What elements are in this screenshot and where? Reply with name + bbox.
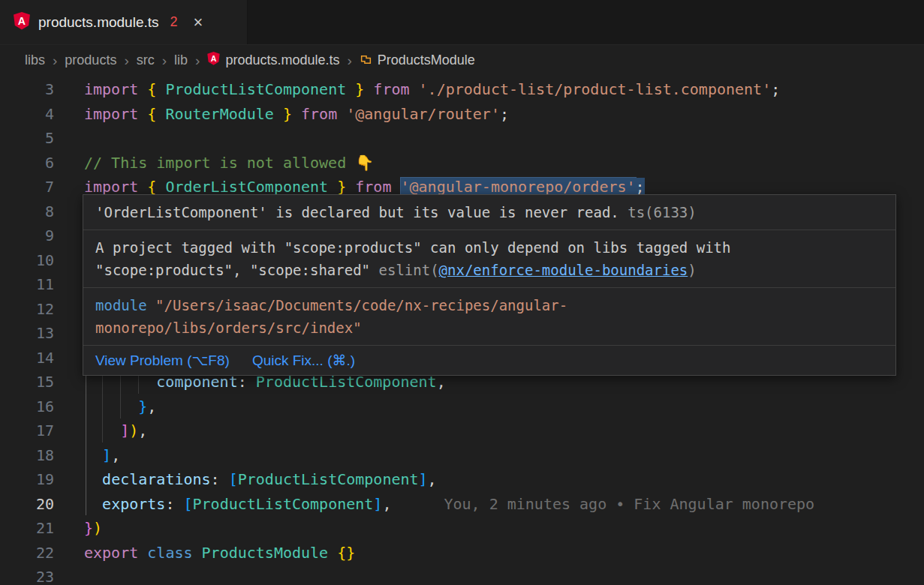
code-line[interactable]: 22export class ProductsModule {} bbox=[0, 541, 924, 566]
breadcrumb: libs › products › src › lib › A products… bbox=[0, 45, 924, 76]
module-path-line2: monorepo/libs/orders/src/index" bbox=[95, 316, 883, 339]
line-number[interactable]: 6 bbox=[0, 151, 54, 176]
breadcrumb-item-symbol[interactable]: ProductsModule bbox=[360, 52, 475, 69]
breadcrumb-item-lib[interactable]: lib bbox=[174, 52, 188, 68]
breadcrumb-item-products[interactable]: products bbox=[65, 52, 116, 68]
line-number[interactable]: 17 bbox=[0, 418, 54, 443]
code-line-content bbox=[54, 248, 84, 273]
indent-guide bbox=[138, 374, 139, 394]
eslint-source-open: eslint( bbox=[379, 262, 439, 278]
svg-text:A: A bbox=[18, 14, 26, 26]
breadcrumb-separator: › bbox=[53, 52, 57, 69]
hover-actions: View Problem (⌥F8) Quick Fix... (⌘.) bbox=[83, 346, 895, 375]
eslint-message-line2: "scope:products", "scope:shared" eslint(… bbox=[95, 259, 883, 281]
git-blame-annotation: You, 2 minutes ago • Fix Angular monorep… bbox=[444, 495, 814, 513]
code-line-content bbox=[54, 346, 84, 370]
code-line[interactable]: 17 ]), bbox=[0, 418, 924, 443]
code-line-content bbox=[54, 297, 84, 322]
breadcrumb-file-label: products.module.ts bbox=[225, 52, 339, 68]
module-info: module "/Users/isaac/Documents/code/nx-r… bbox=[83, 288, 895, 346]
svg-text:A: A bbox=[211, 54, 217, 63]
code-line-content bbox=[54, 565, 84, 585]
line-number[interactable]: 18 bbox=[0, 443, 54, 468]
eslint-rule-link[interactable]: @nx/enforce-module-boundaries bbox=[439, 262, 688, 278]
line-number[interactable]: 10 bbox=[0, 248, 54, 273]
line-number[interactable]: 23 bbox=[0, 565, 54, 585]
code-line[interactable]: 21}) bbox=[0, 516, 924, 541]
code-line[interactable]: 16 }, bbox=[0, 394, 924, 419]
indent-guide bbox=[120, 374, 121, 418]
code-line[interactable]: 23 bbox=[0, 565, 924, 585]
code-editor[interactable]: 3import { ProductListComponent } from '.… bbox=[0, 76, 924, 585]
line-number[interactable]: 19 bbox=[0, 467, 54, 492]
eslint-message-line1: A project tagged with "scope:products" c… bbox=[95, 236, 883, 259]
line-number[interactable]: 16 bbox=[0, 394, 54, 419]
line-number[interactable]: 11 bbox=[0, 272, 54, 297]
code-line[interactable]: 20 exports: [ProductListComponent],You, … bbox=[0, 492, 924, 517]
tab-products-module[interactable]: A products.module.ts 2 × bbox=[0, 0, 248, 44]
line-number[interactable]: 9 bbox=[0, 224, 54, 248]
line-number[interactable]: 5 bbox=[0, 126, 54, 151]
code-line-content: declarations: [ProductListComponent], bbox=[54, 467, 437, 492]
code-line[interactable]: 6// This import is not allowed 👇 bbox=[0, 151, 924, 176]
code-line[interactable]: 19 declarations: [ProductListComponent], bbox=[0, 467, 924, 492]
code-line[interactable]: 5 bbox=[0, 126, 924, 151]
line-number[interactable]: 8 bbox=[0, 200, 54, 224]
breadcrumb-symbol-label: ProductsModule bbox=[378, 52, 475, 68]
code-line-content: exports: [ProductListComponent],You, 2 m… bbox=[54, 492, 814, 517]
code-line[interactable]: 4import { RouterModule } from '@angular/… bbox=[0, 102, 924, 127]
code-line-content: import { ProductListComponent } from './… bbox=[54, 77, 780, 102]
code-line-content: ], bbox=[54, 443, 120, 468]
error-squiggle: import { OrderListComponent } from '@ang… bbox=[84, 178, 645, 196]
code-line[interactable]: 3import { ProductListComponent } from '.… bbox=[0, 77, 924, 102]
tab-bar: A products.module.ts 2 × bbox=[0, 0, 924, 45]
tab-bar-empty-space bbox=[248, 0, 924, 44]
breadcrumb-item-file[interactable]: A products.module.ts bbox=[207, 52, 339, 69]
code-line-content: export class ProductsModule {} bbox=[54, 541, 355, 566]
code-line-content bbox=[54, 272, 84, 297]
line-number[interactable]: 12 bbox=[0, 297, 54, 322]
line-number[interactable]: 4 bbox=[0, 102, 54, 127]
code-line[interactable]: 18 ], bbox=[0, 443, 924, 468]
code-line-content bbox=[54, 200, 84, 224]
eslint-source-close: ) bbox=[688, 262, 696, 278]
module-keyword: module bbox=[95, 297, 147, 314]
line-number[interactable]: 21 bbox=[0, 516, 54, 541]
module-path-line1: module "/Users/isaac/Documents/code/nx-r… bbox=[95, 294, 883, 316]
tab-error-badge: 2 bbox=[170, 14, 178, 30]
code-line-content bbox=[54, 224, 84, 248]
code-line-content: }, bbox=[54, 394, 156, 419]
breadcrumb-item-src[interactable]: src bbox=[137, 52, 155, 68]
code-line-content: ]), bbox=[54, 418, 147, 443]
line-number[interactable]: 14 bbox=[0, 346, 54, 370]
hover-popup: 'OrderListComponent' is declared but its… bbox=[83, 194, 896, 376]
line-number[interactable]: 15 bbox=[0, 370, 54, 394]
line-number[interactable]: 22 bbox=[0, 541, 54, 566]
vscode-window: A products.module.ts 2 × libs › products… bbox=[0, 0, 924, 585]
line-number[interactable]: 13 bbox=[0, 321, 54, 346]
angular-icon: A bbox=[14, 12, 30, 33]
breadcrumb-separator: › bbox=[195, 52, 200, 69]
breadcrumb-item-libs[interactable]: libs bbox=[25, 52, 45, 68]
breadcrumb-separator: › bbox=[162, 52, 167, 69]
breadcrumb-separator: › bbox=[124, 52, 128, 69]
bracket-pair-guide bbox=[86, 374, 86, 515]
code-line-content: // This import is not allowed 👇 bbox=[54, 151, 374, 176]
line-number[interactable]: 7 bbox=[0, 175, 54, 200]
class-symbol-icon bbox=[360, 52, 372, 69]
line-number[interactable]: 3 bbox=[0, 77, 54, 102]
angular-icon: A bbox=[207, 52, 220, 69]
close-icon[interactable]: × bbox=[194, 14, 203, 31]
code-line-content bbox=[54, 321, 84, 346]
breadcrumb-separator: › bbox=[347, 52, 351, 69]
eslint-diagnostic: A project tagged with "scope:products" c… bbox=[83, 230, 895, 288]
quick-fix-action[interactable]: Quick Fix... (⌘.) bbox=[252, 352, 355, 369]
line-number[interactable]: 20 bbox=[0, 492, 54, 517]
ts-diagnostic-message: 'OrderListComponent' is declared but its… bbox=[95, 204, 619, 220]
ts-diagnostic: 'OrderListComponent' is declared but its… bbox=[83, 195, 895, 230]
code-line-content bbox=[54, 126, 84, 151]
view-problem-action[interactable]: View Problem (⌥F8) bbox=[95, 352, 230, 369]
code-line-content: import { RouterModule } from '@angular/r… bbox=[54, 102, 509, 127]
ts-diagnostic-code: ts(6133) bbox=[628, 204, 697, 220]
code-line-content: }) bbox=[54, 516, 102, 541]
